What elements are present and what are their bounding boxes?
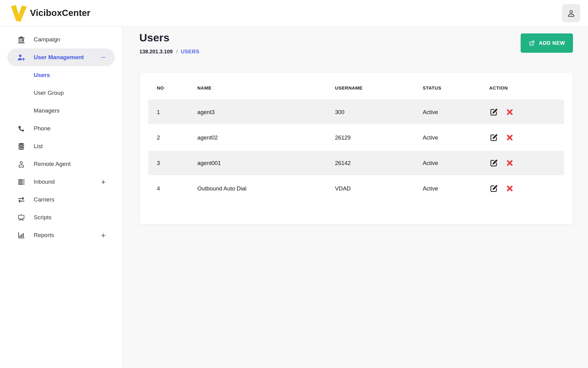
sidebar-item-label: Carriers	[34, 196, 55, 203]
delete-icon[interactable]	[506, 134, 514, 141]
cell-name: agent02	[197, 125, 335, 150]
plus-icon[interactable]: +	[101, 231, 106, 239]
bar-chart-icon	[17, 231, 26, 240]
cell-username: VDAD	[335, 176, 423, 201]
sidebar-item-user-group[interactable]: User Group	[7, 84, 115, 102]
table-row: 4 Outbound Auto Dial VDAD Active	[148, 176, 564, 201]
brand-name: ViciboxCenter	[30, 8, 90, 18]
cell-no: 4	[148, 176, 197, 201]
col-name: NAME	[197, 80, 335, 100]
account-button[interactable]	[562, 4, 580, 22]
plus-icon[interactable]: +	[101, 178, 106, 186]
sidebar-item-inbound[interactable]: Inbound +	[7, 173, 115, 191]
row-actions	[489, 133, 564, 142]
cell-username: 300	[335, 100, 423, 125]
row-actions	[489, 108, 564, 117]
cell-name: agent001	[197, 150, 335, 176]
sidebar-item-phone[interactable]: Phone	[7, 120, 115, 137]
users-table: NO NAME USERNAME STATUS ACTION 1 agent3 …	[148, 80, 564, 202]
sidebar-item-managers[interactable]: Managers	[7, 102, 115, 120]
table-header-row: NO NAME USERNAME STATUS ACTION	[148, 80, 564, 100]
brand-logo: ViciboxCenter	[9, 4, 90, 22]
cell-status: Active	[423, 176, 489, 201]
sidebar: Campaign User Management − Users User Gr…	[0, 26, 123, 368]
row-actions	[489, 159, 564, 167]
cell-no: 2	[148, 125, 197, 150]
edit-icon[interactable]	[489, 108, 498, 117]
sidebar-item-label: Reports	[34, 232, 54, 239]
breadcrumb: 138.201.3.109 / USERS	[139, 49, 199, 55]
sidebar-item-label: List	[34, 143, 43, 150]
sidebar-item-campaign[interactable]: Campaign	[7, 31, 115, 48]
sidebar-item-list[interactable]: List	[7, 137, 115, 155]
breadcrumb-host: 138.201.3.109	[139, 49, 173, 55]
person-icon	[17, 160, 26, 168]
user-plus-icon	[17, 53, 26, 62]
col-username: USERNAME	[335, 80, 423, 100]
database-icon	[17, 142, 26, 151]
breadcrumb-separator: /	[176, 49, 178, 55]
sidebar-item-scripts[interactable]: Scripts	[7, 209, 115, 226]
edit-icon[interactable]	[489, 159, 498, 167]
cell-status: Active	[423, 125, 489, 150]
main-content: Users 138.201.3.109 / USERS ADD NEW	[123, 26, 588, 368]
minus-icon[interactable]: −	[101, 53, 106, 61]
col-action: ACTION	[489, 80, 564, 100]
breadcrumb-page-link[interactable]: USERS	[181, 49, 199, 55]
edit-icon[interactable]	[489, 133, 498, 142]
col-no: NO	[148, 80, 197, 100]
sidebar-item-user-management[interactable]: User Management −	[7, 48, 115, 66]
exchange-icon	[17, 196, 26, 204]
phone-icon	[17, 125, 26, 133]
cell-no: 3	[148, 150, 197, 176]
cell-username: 26142	[335, 150, 423, 176]
cell-status: Active	[423, 100, 489, 125]
edit-icon[interactable]	[489, 184, 498, 193]
sidebar-item-label: Users	[34, 72, 50, 79]
sidebar-item-remote-agent[interactable]: Remote Agent	[7, 155, 115, 173]
sidebar-item-label: User Management	[34, 54, 84, 61]
sidebar-item-label: Campaign	[34, 36, 60, 43]
cell-username: 26129	[335, 125, 423, 150]
page-title: Users	[139, 32, 199, 44]
rows-icon	[17, 178, 26, 186]
table-row: 1 agent3 300 Active	[148, 100, 564, 125]
sidebar-item-label: Phone	[34, 125, 51, 132]
sidebar-item-label: Remote Agent	[34, 161, 70, 167]
cell-no: 1	[148, 100, 197, 125]
presentation-icon	[17, 213, 26, 222]
users-table-card: NO NAME USERNAME STATUS ACTION 1 agent3 …	[139, 72, 573, 225]
sidebar-item-label: Inbound	[34, 178, 55, 185]
v-logo-icon	[9, 4, 28, 22]
sidebar-item-label: Scripts	[34, 214, 51, 221]
account-icon	[567, 9, 576, 18]
sidebar-item-users[interactable]: Users	[7, 66, 115, 84]
delete-icon[interactable]	[506, 108, 514, 116]
row-actions	[489, 184, 564, 193]
cell-status: Active	[423, 150, 489, 176]
table-row: 3 agent001 26142 Active	[148, 150, 564, 176]
sidebar-item-label: User Group	[34, 90, 64, 96]
delete-icon[interactable]	[506, 185, 514, 192]
sidebar-item-carriers[interactable]: Carriers	[7, 191, 115, 209]
table-row: 2 agent02 26129 Active	[148, 125, 564, 150]
cell-name: Outbound Auto Dial	[197, 176, 335, 201]
sidebar-nav: Campaign User Management − Users User Gr…	[7, 31, 115, 244]
delete-icon[interactable]	[506, 159, 514, 167]
add-new-button[interactable]: ADD NEW	[521, 33, 573, 53]
external-link-icon	[529, 40, 535, 46]
top-header: ViciboxCenter	[0, 0, 588, 26]
add-new-label: ADD NEW	[539, 40, 565, 46]
sidebar-item-reports[interactable]: Reports +	[7, 226, 115, 244]
col-status: STATUS	[423, 80, 489, 100]
bank-icon	[17, 36, 26, 44]
sidebar-item-label: Managers	[34, 107, 60, 114]
cell-name: agent3	[197, 100, 335, 125]
